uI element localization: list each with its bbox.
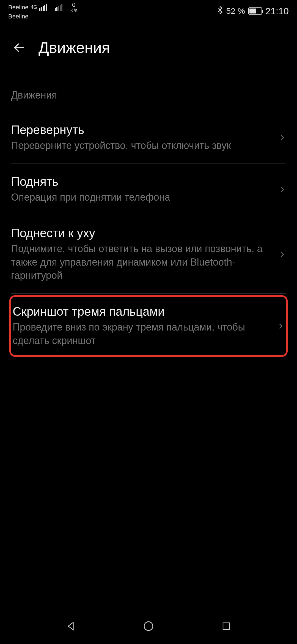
nav-recent-button[interactable] — [219, 619, 233, 633]
settings-list: ПеревернутьПереверните устройство, чтобы… — [11, 112, 286, 357]
carrier-2-label: Beeline — [8, 13, 28, 20]
settings-item-content: Поднести к ухуПоднимите, чтобы ответить … — [11, 226, 278, 282]
nav-home-button[interactable] — [142, 619, 155, 633]
circle-home-icon — [143, 620, 154, 632]
chevron-right-icon — [278, 134, 286, 141]
status-right: 52 % 21:10 — [217, 6, 289, 17]
settings-item-wrap: Поднести к ухуПоднимите, чтобы ответить … — [11, 215, 286, 294]
settings-item-title: Поднести к уху — [11, 226, 270, 240]
settings-item[interactable]: Скриншот тремя пальцамиПроведите вниз по… — [11, 297, 286, 355]
settings-item-content: Скриншот тремя пальцамиПроведите вниз по… — [13, 305, 277, 347]
section-header: Движения — [11, 89, 286, 101]
battery-percent: 52 % — [226, 6, 245, 16]
signal-bars-icon-2 — [55, 4, 62, 11]
settings-item-wrap: ПоднятьОперация при поднятии телефона — [11, 164, 286, 215]
navigation-bar — [0, 608, 297, 644]
chevron-right-icon — [278, 185, 286, 193]
content: Движения ПеревернутьПереверните устройст… — [0, 70, 297, 357]
clock: 21:10 — [265, 6, 289, 17]
status-bar: Beeline 4G 0 K/s Beeline 52 % 21:10 — [0, 0, 297, 22]
settings-item[interactable]: Поднести к ухуПоднимите, чтобы ответить … — [11, 215, 286, 294]
settings-item-title: Перевернуть — [11, 123, 270, 137]
carrier-1-label: Beeline — [8, 4, 28, 11]
bluetooth-icon — [217, 6, 223, 16]
signal-bars-icon-1 — [39, 4, 47, 11]
settings-item-subtitle: Проведите вниз по экрану тремя пальцами,… — [13, 321, 268, 347]
settings-item-title: Скриншот тремя пальцами — [13, 305, 268, 318]
settings-item-content: ПеревернутьПереверните устройство, чтобы… — [11, 123, 278, 152]
arrow-left-icon — [12, 41, 26, 54]
status-left: Beeline 4G 0 K/s Beeline — [8, 2, 77, 20]
settings-item[interactable]: ПеревернутьПереверните устройство, чтобы… — [11, 112, 286, 164]
app-bar: Движения — [0, 22, 297, 70]
square-recent-icon — [221, 621, 231, 631]
network-type-badge: 4G — [31, 4, 37, 10]
settings-item-subtitle: Поднимите, чтобы ответить на вызов или п… — [11, 242, 270, 282]
svg-point-0 — [144, 622, 153, 631]
settings-item-wrap: ПеревернутьПереверните устройство, чтобы… — [11, 112, 286, 164]
battery-icon — [248, 7, 262, 15]
triangle-back-icon — [65, 621, 76, 632]
back-button[interactable] — [11, 39, 28, 56]
settings-item-subtitle: Операция при поднятии телефона — [11, 191, 270, 204]
settings-item-wrap: Скриншот тремя пальцамиПроведите вниз по… — [9, 295, 288, 357]
chevron-right-icon — [277, 322, 284, 330]
settings-item[interactable]: ПоднятьОперация при поднятии телефона — [11, 164, 286, 215]
settings-item-subtitle: Переверните устройство, чтобы отключить … — [11, 139, 270, 152]
svg-rect-1 — [223, 623, 230, 629]
page-title: Движения — [38, 39, 110, 56]
settings-item-title: Поднять — [11, 175, 270, 189]
settings-item-content: ПоднятьОперация при поднятии телефона — [11, 175, 278, 204]
nav-back-button[interactable] — [64, 619, 78, 633]
chevron-right-icon — [278, 250, 286, 258]
data-speed: 0 K/s — [70, 2, 77, 13]
